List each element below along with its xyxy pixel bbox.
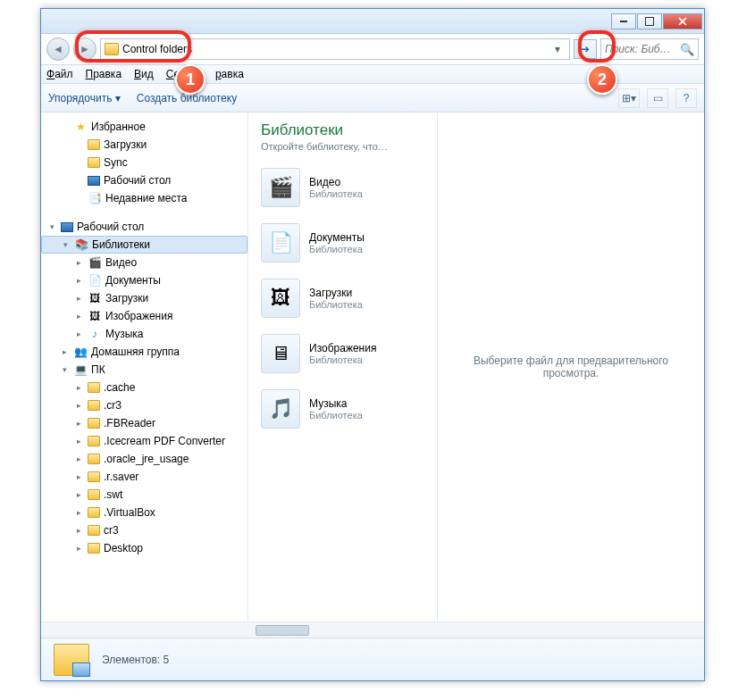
library-name: Документы xyxy=(309,231,365,244)
address-input[interactable] xyxy=(122,43,549,55)
tree-downloads2[interactable]: ▸🖼Загрузки xyxy=(41,289,247,307)
callout-badge-2: 2 xyxy=(587,64,617,95)
library-name: Видео xyxy=(309,176,363,188)
tree-sync[interactable]: Sync xyxy=(41,154,247,171)
back-button[interactable]: ◄ xyxy=(46,38,70,61)
library-name: Музыка xyxy=(309,397,363,410)
titlebar xyxy=(41,9,704,34)
tree-folder[interactable]: ▸.swt xyxy=(41,486,247,504)
tree-favorites[interactable]: ★Избранное xyxy=(41,118,247,136)
nav-tree[interactable]: ★Избранное Загрузки Sync Рабочий стол 📑Н… xyxy=(41,112,248,621)
library-icon: 🖼 xyxy=(261,279,300,318)
address-bar[interactable]: ▾ xyxy=(100,38,570,60)
search-input[interactable] xyxy=(605,43,680,55)
go-button[interactable]: ➜ xyxy=(574,39,597,59)
library-icon: 🎵 xyxy=(261,389,300,429)
maximize-button[interactable] xyxy=(637,13,662,29)
library-item[interactable]: 🎬ВидеоБиблиотека xyxy=(261,168,424,207)
folder-icon xyxy=(105,43,119,55)
menu-edit[interactable]: Правка xyxy=(86,68,122,80)
search-box[interactable]: 🔍 xyxy=(600,38,699,60)
tree-images[interactable]: ▸🖼Изображения xyxy=(41,307,247,325)
library-icon: 🎬 xyxy=(261,168,300,207)
tree-desktop[interactable]: Рабочий стол xyxy=(41,171,247,189)
organize-button[interactable]: Упорядочить ▾ xyxy=(48,92,121,104)
page-title: Библиотеки xyxy=(261,121,424,139)
minimize-button[interactable] xyxy=(611,13,636,29)
close-button[interactable] xyxy=(663,13,702,29)
tree-folder[interactable]: ▸.oracle_jre_usage xyxy=(41,450,247,468)
help-button[interactable]: ? xyxy=(675,88,697,108)
tree-desktop-root[interactable]: ▾Рабочий стол xyxy=(41,218,247,236)
library-type: Библиотека xyxy=(309,244,365,254)
library-type: Библиотека xyxy=(309,188,363,199)
tree-recent[interactable]: 📑Недавние места xyxy=(41,189,247,207)
library-item[interactable]: 🖼ЗагрузкиБиблиотека xyxy=(261,279,424,318)
library-item[interactable]: 🖥ИзображенияБиблиотека xyxy=(261,334,424,373)
tree-music[interactable]: ▸♪Музыка xyxy=(41,325,247,343)
status-text: Элементов: 5 xyxy=(102,654,169,666)
tree-folder[interactable]: ▸.r.saver xyxy=(41,468,247,486)
library-name: Загрузки xyxy=(309,287,363,299)
tree-folder[interactable]: ▸cr3 xyxy=(41,521,247,539)
tree-folder[interactable]: ▸.FBReader xyxy=(41,414,247,432)
page-subtitle: Откройте библиотеку, что… xyxy=(261,141,424,152)
library-item[interactable]: 📄ДокументыБиблиотека xyxy=(261,223,424,262)
tree-documents[interactable]: ▸📄Документы xyxy=(41,271,247,289)
library-icon: 📄 xyxy=(261,223,300,262)
status-bar: Элементов: 5 xyxy=(41,638,704,680)
callout-badge-1: 1 xyxy=(175,64,205,95)
status-icon xyxy=(54,644,89,676)
forward-button[interactable]: ► xyxy=(73,38,96,61)
explorer-window: ◄ ► ▾ ➜ 🔍 Файл Правка Вид Сервис равка У… xyxy=(40,8,705,681)
tree-downloads[interactable]: Загрузки xyxy=(41,136,247,154)
tree-folder[interactable]: ▸.Icecream PDF Converter xyxy=(41,432,247,450)
preview-pane: Выберите файл для предварительного просм… xyxy=(438,112,704,621)
library-list[interactable]: Библиотеки Откройте библиотеку, что… 🎬Ви… xyxy=(248,112,438,621)
address-dropdown-icon[interactable]: ▾ xyxy=(549,43,566,55)
search-icon: 🔍 xyxy=(680,43,694,56)
tree-folder[interactable]: ▸.cr3 xyxy=(41,396,247,414)
tree-pc[interactable]: ▾💻ПК xyxy=(41,361,247,379)
menu-file[interactable]: Файл xyxy=(46,68,73,80)
navbar: ◄ ► ▾ ➜ 🔍 xyxy=(41,34,704,64)
library-name: Изображения xyxy=(309,342,376,354)
library-type: Библиотека xyxy=(309,299,363,310)
menu-help[interactable]: равка xyxy=(215,68,244,80)
menu-view[interactable]: Вид xyxy=(134,68,154,80)
tree-folder[interactable]: ▸.VirtualBox xyxy=(41,504,247,521)
tree-folder[interactable]: ▸Desktop xyxy=(41,539,247,557)
scroll-thumb[interactable] xyxy=(256,625,309,636)
tree-folder[interactable]: ▸.cache xyxy=(41,379,247,396)
horizontal-scrollbar[interactable] xyxy=(41,621,704,638)
tree-video[interactable]: ▸🎬Видео xyxy=(41,254,247,271)
library-type: Библиотека xyxy=(309,410,363,421)
library-item[interactable]: 🎵МузыкаБиблиотека xyxy=(261,389,424,429)
library-type: Библиотека xyxy=(309,354,376,365)
tree-homegroup[interactable]: ▸👥Домашняя группа xyxy=(41,343,247,361)
main-area: Библиотеки Откройте библиотеку, что… 🎬Ви… xyxy=(248,112,704,621)
view-mode-button[interactable]: ⊞▾ xyxy=(618,88,640,108)
library-icon: 🖥 xyxy=(261,334,300,373)
preview-pane-button[interactable]: ▭ xyxy=(647,88,668,108)
body: ★Избранное Загрузки Sync Рабочий стол 📑Н… xyxy=(41,112,704,621)
tree-libraries[interactable]: ▾📚Библиотеки xyxy=(41,236,247,254)
